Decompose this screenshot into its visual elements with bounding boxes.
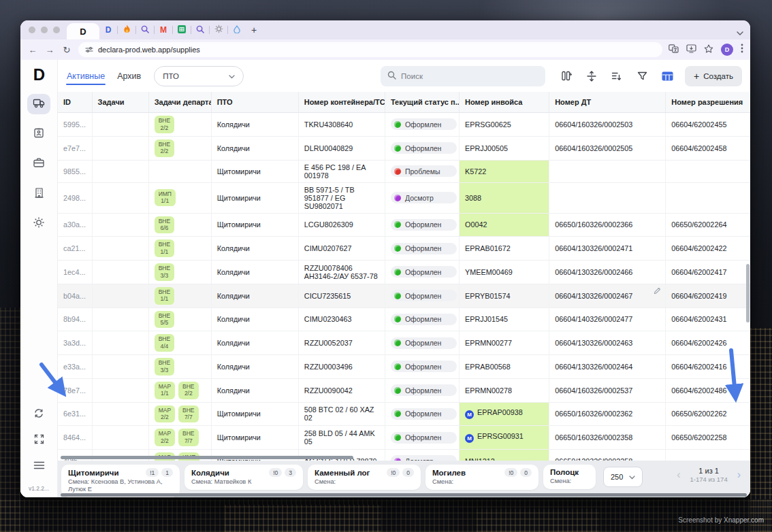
url-bar[interactable]: declara-prod.web.app/supplies bbox=[78, 42, 662, 57]
sidebar-item-organizations[interactable] bbox=[27, 184, 50, 204]
column-header[interactable]: Номер ДТ bbox=[549, 92, 666, 113]
active-tab[interactable]: D bbox=[67, 23, 99, 39]
sort-icon[interactable] bbox=[610, 69, 624, 83]
traffic-lights[interactable] bbox=[29, 27, 60, 33]
forward-button[interactable]: → bbox=[44, 45, 55, 55]
search-pinned-tab-2[interactable] bbox=[191, 20, 209, 39]
create-button[interactable]: + Создать bbox=[685, 66, 742, 86]
next-page-button[interactable]: › bbox=[737, 469, 741, 480]
column-header[interactable]: Задачи департам... bbox=[148, 92, 211, 113]
sidebar-item-settings[interactable] bbox=[27, 214, 50, 234]
prev-page-button[interactable]: ‹ bbox=[677, 469, 680, 480]
filter-icon[interactable] bbox=[635, 69, 649, 83]
new-tab-button[interactable]: + bbox=[251, 24, 257, 35]
station-card[interactable]: Щитомиричи!11Смена: Ксензова В, Устинова… bbox=[61, 465, 180, 497]
cell-dt: 06650/120326/0002258 bbox=[549, 450, 666, 461]
sidebar-item-supplies[interactable] bbox=[27, 94, 50, 114]
create-button-label: Создать bbox=[703, 72, 733, 80]
browser-window: D DM + ← → ↻ declara-prod.web.app/suppli… bbox=[20, 20, 750, 497]
app-sidebar: D v1.2.2... bbox=[20, 60, 58, 497]
column-header[interactable]: Номер контейнера/ТС bbox=[298, 92, 385, 113]
table-row[interactable]: a30a...ВНЕ6/6ЩитомиричиLCGU8026309Оформл… bbox=[58, 213, 750, 237]
column-header[interactable]: ID bbox=[58, 92, 92, 113]
back-button[interactable]: ← bbox=[27, 45, 38, 55]
bottom-scrollbar[interactable] bbox=[61, 493, 747, 497]
department-task-badge: МАР2/2 bbox=[155, 429, 175, 446]
cell-id: e7e7... bbox=[58, 136, 92, 160]
sidebar-item-cases[interactable] bbox=[27, 154, 50, 174]
cell-container: CIMU0230463 bbox=[298, 307, 385, 331]
table-row[interactable]: 9855...ЩитомиричиЕ 456 РС 198 / ЕА 00197… bbox=[58, 160, 750, 182]
search-pinned-tab[interactable] bbox=[136, 20, 154, 39]
table-row[interactable]: 78e7...МАР1/1ВНЕ2/2КолядичиRZZU0090042Оф… bbox=[58, 378, 750, 402]
drop-pinned-tab[interactable] bbox=[228, 20, 246, 39]
table-row[interactable]: 8464...МАР2/2ВНЕ7/7Щитомиричи258 BLD 05 … bbox=[58, 426, 750, 450]
page-size-select[interactable]: 250 bbox=[603, 467, 643, 487]
cell-department-tasks: МАР2/2ВНЕ7/7 bbox=[148, 402, 211, 426]
cell-container: RZZU0078406 АН3146-2/АУ 6537-78 bbox=[298, 261, 385, 284]
minimize-window-button[interactable] bbox=[41, 27, 48, 33]
fullscreen-icon[interactable] bbox=[34, 434, 44, 447]
tab-search-chevron-icon[interactable] bbox=[737, 26, 743, 38]
cell-pto: Колядичи bbox=[211, 113, 298, 137]
reload-button[interactable]: ↻ bbox=[61, 45, 72, 55]
menu-icon[interactable] bbox=[33, 460, 45, 472]
table-row[interactable]: ca21...ВНЕ1/1КолядичиCIMU0207627Оформлен… bbox=[58, 237, 750, 261]
cell-permit: 06604/62002419 bbox=[666, 284, 750, 307]
column-header[interactable]: Номер разрешения bbox=[666, 92, 750, 113]
zoom-window-button[interactable] bbox=[53, 27, 60, 33]
install-app-icon[interactable] bbox=[686, 44, 696, 56]
close-window-button[interactable] bbox=[29, 27, 35, 33]
station-card[interactable]: ПолоцкСмена: bbox=[543, 465, 596, 489]
table-row[interactable]: 2498...ИМП1/1ЩитомиричиВВ 5971-5 / ТВ 95… bbox=[58, 182, 750, 213]
station-card[interactable]: Могилев!00Смена: bbox=[425, 465, 538, 490]
table-row[interactable]: 1ec4...ВНЕ3/3КолядичиRZZU0078406 АН3146-… bbox=[58, 261, 750, 284]
translate-icon[interactable] bbox=[669, 44, 679, 56]
firebase-pinned-tab[interactable] bbox=[118, 20, 135, 39]
app-header: Активные Архив ПТО bbox=[58, 60, 750, 92]
table-row[interactable]: e7e7...ВНЕ2/2КолядичиDLRU0040829Оформлен… bbox=[58, 136, 750, 160]
table-row[interactable]: b04a...ВНЕ1/1КолядичиCICU7235615Оформлен… bbox=[58, 284, 750, 307]
column-header[interactable]: Текущий статус п... bbox=[385, 92, 459, 113]
site-settings-icon[interactable] bbox=[85, 44, 93, 56]
cell-invoice: MEPRAP00938 bbox=[460, 402, 549, 426]
table-row[interactable]: 3a3d...ВНЕ4/4КолядичиRZZU0052037Оформлен… bbox=[58, 331, 750, 355]
table-row[interactable]: 5995...ВНЕ2/2КолядичиTKRU4308640Оформлен… bbox=[58, 113, 750, 137]
horizontal-scrollbar[interactable] bbox=[61, 456, 353, 459]
column-header[interactable]: Задачи bbox=[92, 92, 148, 113]
declara-pinned-tab[interactable]: D bbox=[99, 20, 117, 39]
sheets-pinned-tab[interactable] bbox=[173, 20, 191, 39]
vertical-scrollbar[interactable] bbox=[746, 264, 750, 322]
table-row[interactable]: 8b94...ВНЕ5/5КолядичиCIMU0230463Оформлен… bbox=[58, 307, 750, 331]
chevron-down-icon bbox=[229, 72, 235, 80]
sidebar-item-contacts[interactable] bbox=[27, 124, 50, 144]
station-card[interactable]: Колядичи!03Смена: Матвейков К bbox=[184, 465, 303, 490]
table-row[interactable]: 6e31...МАР2/2ВНЕ7/7Щитомиричи508 BTC 02 … bbox=[58, 402, 750, 426]
status-dot-icon bbox=[394, 121, 401, 128]
search-input[interactable] bbox=[401, 72, 538, 80]
profile-avatar[interactable]: D bbox=[721, 44, 733, 56]
search-box[interactable] bbox=[381, 66, 545, 86]
column-header[interactable]: ПТО bbox=[211, 92, 298, 113]
column-header[interactable]: Номер инвойса bbox=[460, 92, 549, 113]
table-row[interactable]: e33a...ВНЕ3/3КолядичиRZZU0003496Оформлен… bbox=[58, 355, 750, 379]
m-marker-badge: M bbox=[465, 410, 474, 419]
pto-select[interactable]: ПТО bbox=[154, 66, 244, 86]
edit-pencil-icon[interactable] bbox=[654, 287, 661, 296]
row-height-icon[interactable] bbox=[585, 69, 598, 83]
browser-menu-icon[interactable] bbox=[741, 44, 743, 56]
tab-active-supplies[interactable]: Активные bbox=[66, 69, 106, 84]
department-task-badge: ВНЕ2/2 bbox=[155, 139, 174, 157]
bookmark-star-icon[interactable] bbox=[704, 44, 713, 56]
tab-archive[interactable]: Архив bbox=[116, 69, 142, 84]
active-tab-favicon: D bbox=[80, 27, 86, 37]
table-view-icon[interactable] bbox=[660, 69, 674, 83]
refresh-icon[interactable] bbox=[33, 408, 44, 421]
cell-permit: 06604/62002422 bbox=[666, 237, 750, 261]
settings-pinned-tab[interactable] bbox=[210, 20, 227, 39]
department-task-badge: МАР1/1 bbox=[155, 382, 175, 399]
station-card[interactable]: Каменный лог!00Смена: bbox=[308, 465, 421, 490]
gmail-pinned-tab[interactable]: M bbox=[155, 20, 172, 39]
columns-settings-icon[interactable] bbox=[560, 69, 573, 83]
status-badge: Оформлен bbox=[391, 432, 457, 444]
